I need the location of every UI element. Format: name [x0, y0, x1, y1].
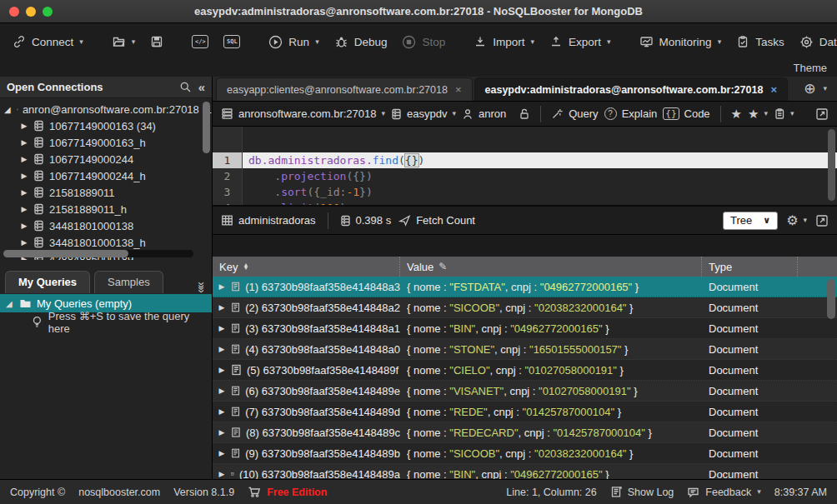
- column-header-type[interactable]: Type: [702, 257, 798, 277]
- tab-easyapp-clientes[interactable]: easyapp:clientes@anronsoftware.com.br:27…: [216, 77, 473, 101]
- collapsed-icon[interactable]: ▶: [20, 155, 28, 163]
- table-row[interactable]: ▶(10) 63730b98faaf358e4148489a { nome : …: [213, 464, 837, 479]
- scrollbar-thumb[interactable]: [3, 250, 128, 257]
- explain-button[interactable]: ? Explain: [604, 107, 658, 120]
- code-line-4[interactable]: 4 .limit(100): [213, 200, 837, 207]
- connection-root[interactable]: ◢ anron@anronsoftware.com.br:27018 (1: [0, 101, 212, 117]
- database-item[interactable]: ▶ 10677149000163 (34): [0, 117, 212, 134]
- collapsed-icon[interactable]: ▶: [218, 345, 226, 353]
- collapsed-icon[interactable]: ▶: [218, 470, 226, 478]
- open-in-window-icon[interactable]: [815, 214, 829, 227]
- collapsed-icon[interactable]: ▶: [20, 172, 28, 180]
- code-line-2[interactable]: 2 .projection({}): [213, 168, 837, 184]
- collapsed-icon[interactable]: ▶: [20, 205, 28, 213]
- open-file-button[interactable]: ▾: [104, 29, 143, 54]
- result-collection[interactable]: administradoras: [221, 214, 316, 227]
- table-row[interactable]: ▶(2) 63730b98faaf358e414848a2 { nome : "…: [213, 297, 837, 318]
- feedback-button[interactable]: Feedback ▾: [687, 487, 760, 498]
- monitoring-button[interactable]: Monitoring ▾: [632, 29, 729, 54]
- open-in-window-icon[interactable]: [815, 107, 829, 121]
- column-header-key[interactable]: Key ▲▼: [213, 257, 400, 277]
- minimize-window-button[interactable]: [26, 7, 36, 17]
- website-link[interactable]: nosqlbooster.com: [78, 487, 160, 498]
- tab-my-queries[interactable]: My Queries: [5, 271, 90, 293]
- datagen-button[interactable]: DataGen: [792, 29, 837, 54]
- database-item[interactable]: ▶ 34481801000138_h: [0, 234, 212, 251]
- column-header-value[interactable]: Value ✎: [400, 257, 702, 277]
- tab-easypdv-administradoras[interactable]: easypdv:administradoras@anronsoftware.co…: [474, 77, 788, 101]
- connect-button[interactable]: Connect ▾: [5, 29, 91, 54]
- query-editor[interactable]: 1 db.administradoras.find({}) 2 .project…: [213, 127, 837, 207]
- collapsed-icon[interactable]: ▶: [218, 324, 226, 332]
- collapsed-icon[interactable]: ▶: [20, 122, 28, 130]
- collapsed-icon[interactable]: ▶: [218, 366, 226, 374]
- history-button[interactable]: ▾: [774, 107, 794, 120]
- favorites-list-button[interactable]: ★ ▾: [748, 107, 768, 120]
- fetch-count-button[interactable]: Fetch Count: [398, 214, 475, 227]
- collapsed-icon[interactable]: ▶: [20, 138, 28, 147]
- save-button[interactable]: [143, 29, 171, 54]
- export-button[interactable]: Export ▾: [542, 29, 619, 54]
- tab-samples[interactable]: Samples: [94, 271, 163, 293]
- chevrons-down-icon[interactable]: ««: [193, 280, 207, 293]
- collapsed-icon[interactable]: ▶: [218, 282, 226, 291]
- table-row[interactable]: ▶(5) 63730b98faaf358e4148489f { nome : "…: [213, 360, 837, 381]
- show-log-button[interactable]: Show Log: [610, 486, 674, 498]
- collapsed-icon[interactable]: ▶: [20, 238, 28, 247]
- sql-query-button[interactable]: SQL: [216, 29, 248, 54]
- collapse-sidebar-icon[interactable]: «: [198, 81, 205, 93]
- import-button[interactable]: Import ▾: [466, 29, 542, 54]
- breadcrumb-database[interactable]: easypdv ▾: [391, 107, 456, 120]
- collapsed-icon[interactable]: ▶: [218, 407, 226, 416]
- database-item[interactable]: ▶ 10677149000163_h: [0, 134, 212, 151]
- maximize-window-button[interactable]: [43, 7, 53, 17]
- table-row[interactable]: ▶(8) 63730b98faaf358e4148489c { nome : "…: [213, 422, 837, 443]
- expanded-icon[interactable]: ◢: [4, 105, 13, 114]
- debug-button[interactable]: Debug: [327, 29, 395, 54]
- tree-vertical-scrollbar[interactable]: [203, 102, 210, 153]
- favorite-button[interactable]: ★: [731, 107, 742, 120]
- close-tab-icon[interactable]: ×: [455, 83, 462, 96]
- database-item[interactable]: ▶ 10677149000244_h: [0, 167, 212, 184]
- table-vertical-scrollbar[interactable]: [827, 279, 835, 319]
- table-row[interactable]: ▶(3) 63730b98faaf358e414848a1 { nome : "…: [213, 318, 837, 339]
- code-line-3[interactable]: 3 .sort({_id:-1}): [213, 184, 837, 200]
- upgrade-item[interactable]: Free Edition: [248, 486, 327, 498]
- search-icon[interactable]: [179, 81, 192, 93]
- editor-scrollbar[interactable]: [828, 129, 835, 201]
- database-item[interactable]: ▶ 34481801000138: [0, 217, 212, 234]
- view-mode-select[interactable]: Tree ∨: [723, 212, 778, 230]
- database-item[interactable]: ▶ 21581889011: [0, 184, 212, 201]
- run-button[interactable]: Run ▾: [261, 29, 326, 54]
- unlock-button[interactable]: [519, 107, 530, 120]
- tree-horizontal-scrollbar[interactable]: [3, 250, 193, 257]
- new-tab-icon[interactable]: ⊕: [804, 82, 815, 96]
- expanded-icon[interactable]: ◢: [6, 299, 14, 308]
- database-item[interactable]: ▶ 21581889011_h: [0, 201, 212, 217]
- theme-label[interactable]: Theme: [794, 62, 827, 74]
- table-row[interactable]: ▶(9) 63730b98faaf358e4148489b { nome : "…: [213, 443, 837, 464]
- tab-list-caret-icon[interactable]: ▾: [823, 85, 827, 92]
- tasks-button[interactable]: Tasks: [729, 29, 792, 54]
- code-line-1[interactable]: 1 db.administradoras.find({}): [213, 152, 837, 168]
- close-window-button[interactable]: [9, 7, 19, 17]
- collapsed-icon[interactable]: ▶: [20, 222, 28, 230]
- collapsed-icon[interactable]: ▶: [218, 428, 226, 437]
- free-edition-label[interactable]: Free Edition: [267, 487, 327, 498]
- breadcrumb-user[interactable]: anron: [462, 107, 506, 120]
- collapsed-icon[interactable]: ▶: [20, 188, 28, 197]
- table-row[interactable]: ▶(7) 63730b98faaf358e4148489d { nome : "…: [213, 402, 837, 422]
- query-button[interactable]: Query: [551, 107, 598, 120]
- breadcrumb-server[interactable]: anronsoftware.com.br:27018 ▾: [221, 107, 385, 120]
- collapsed-icon[interactable]: ▶: [218, 303, 226, 312]
- table-row[interactable]: ▶(1) 63730b98faaf358e414848a3 { nome : "…: [213, 277, 837, 297]
- sort-icon[interactable]: ▲▼: [243, 263, 248, 270]
- results-settings-button[interactable]: ⚙ ▾: [786, 214, 807, 227]
- code-button[interactable]: {} Code: [663, 107, 709, 120]
- database-item[interactable]: ▶ 10677149000244: [0, 151, 212, 167]
- snippets-button[interactable]: </>: [184, 29, 216, 54]
- collapsed-icon[interactable]: ▶: [218, 387, 226, 395]
- close-tab-icon[interactable]: ×: [770, 83, 777, 96]
- table-row[interactable]: ▶(4) 63730b98faaf358e414848a0 { nome : "…: [213, 339, 837, 360]
- collapsed-icon[interactable]: ▶: [218, 449, 226, 457]
